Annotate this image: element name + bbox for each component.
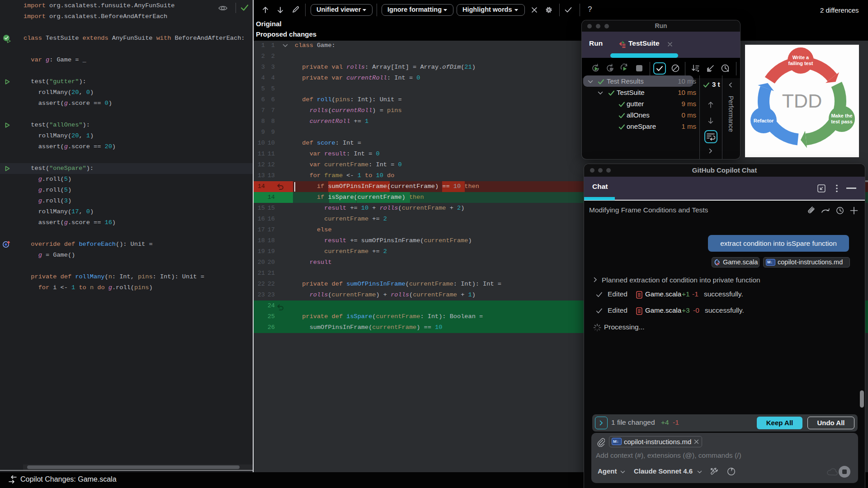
svg-text:Refactor: Refactor [754, 118, 774, 123]
svg-text:failing test: failing test [788, 61, 813, 66]
svg-text:Write a: Write a [793, 55, 809, 60]
svg-text:TDD: TDD [782, 90, 822, 112]
svg-text:test pass: test pass [831, 119, 853, 124]
svg-text:Make the: Make the [831, 113, 852, 118]
